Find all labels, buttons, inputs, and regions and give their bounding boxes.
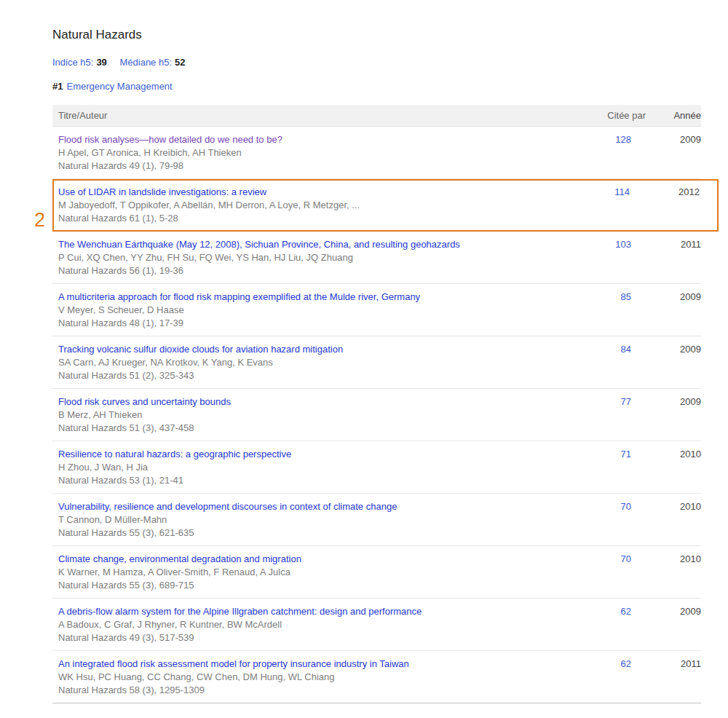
article-title-link[interactable]: Use of LIDAR in landslide investigations… [58,186,266,199]
article-main-cell: An integrated flood risk assessment mode… [58,658,583,697]
article-row: An integrated flood risk assessment mode… [52,651,701,703]
article-main-cell: Flood risk curves and uncertainty bounds… [58,395,583,435]
h5-median-value: 52 [175,57,185,68]
article-year: 2009 [646,291,701,330]
article-cited-cell: 62 [583,658,646,697]
article-authors: P Cui, XQ Chen, YY Zhu, FH Su, FQ Wei, Y… [58,251,583,264]
article-row: Climate change, environmental degradatio… [52,546,701,599]
article-source: Natural Hazards 61 (1), 5-28 [58,212,582,225]
article-title-link[interactable]: Resilience to natural hazards: a geograp… [58,448,291,461]
article-year: 2009 [646,605,701,644]
article-row: Flood risk analyses—how detailed do we n… [52,127,701,179]
category-rank: #1Emergency Management [52,81,701,92]
cited-by-link[interactable]: 85 [621,291,631,304]
h5-index-link[interactable]: Indice h5: [52,57,93,68]
article-cited-cell: 70 [583,500,646,540]
article-row: Resilience to natural hazards: a geograp… [52,441,701,494]
article-source: Natural Hazards 55 (3), 689-715 [58,579,583,592]
h5-median-metric: Médiane h5:52 [119,57,185,68]
cited-by-link[interactable]: 128 [615,133,631,146]
article-title-link[interactable]: An integrated flood risk assessment mode… [58,658,409,671]
article-cited-cell: 114 [582,186,644,225]
article-year: 2012 [644,186,700,225]
article-source: Natural Hazards 55 (3), 621-635 [58,526,583,540]
h5-metrics: Indice h5:39 Médiane h5:52 [52,57,701,68]
article-main-cell: Tracking volcanic sulfur dioxide clouds … [58,343,583,382]
article-main-cell: Flood risk analyses—how detailed do we n… [58,133,583,173]
article-year: 2009 [646,133,701,173]
cited-by-link[interactable]: 84 [621,343,631,356]
table-header-row: Titre/Auteur Citée par Année [52,105,701,127]
article-main-cell: Use of LIDAR in landslide investigations… [58,186,582,225]
cited-by-link[interactable]: 70 [621,553,631,566]
cited-by-link[interactable]: 70 [621,500,631,513]
cited-by-link[interactable]: 62 [621,658,631,671]
article-cited-cell: 128 [583,133,646,173]
cited-by-link[interactable]: 71 [621,448,631,461]
annotation-number: 2 [34,210,45,230]
article-source: Natural Hazards 58 (3), 1295-1309 [58,684,583,697]
article-year: 2010 [646,500,701,540]
article-row: The Wenchuan Earthquake (May 12, 2008), … [52,232,701,284]
article-source: Natural Hazards 51 (3), 437-458 [58,422,583,435]
journal-metrics-page: Natural Hazards Indice h5:39 Médiane h5:… [52,0,701,703]
article-year: 2010 [646,553,701,592]
article-row: Flood risk curves and uncertainty bounds… [52,389,701,441]
article-source: Natural Hazards 51 (2), 325-343 [58,369,583,382]
article-source: Natural Hazards 56 (1), 19-36 [58,264,583,277]
article-title-link[interactable]: Tracking volcanic sulfur dioxide clouds … [58,343,343,356]
article-row: Use of LIDAR in landslide investigations… [52,179,719,232]
article-authors: H Zhou, J Wan, H Jia [58,461,583,474]
article-authors: H Apel, GT Aronica, H Kreibich, AH Thiek… [58,146,583,159]
article-row: A multicriteria approach for flood risk … [52,284,701,336]
article-year: 2011 [646,658,701,697]
article-title-link[interactable]: The Wenchuan Earthquake (May 12, 2008), … [58,238,460,251]
article-cited-cell: 85 [583,291,646,330]
article-authors: A Badoux, C Graf, J Rhyner, R Kuntner, B… [58,618,583,631]
article-main-cell: A debris-flow alarm system for the Alpin… [58,605,583,644]
article-cited-cell: 71 [583,448,646,487]
article-source: Natural Hazards 49 (3), 517-539 [58,631,583,644]
article-year: 2009 [646,343,701,382]
article-main-cell: Resilience to natural hazards: a geograp… [58,448,583,487]
article-authors: M Jaboyedoff, T Oppikofer, A Abellán, MH… [58,199,582,212]
cited-by-link[interactable]: 77 [621,395,631,409]
article-title-link[interactable]: A debris-flow alarm system for the Alpin… [58,605,422,618]
cited-by-link[interactable]: 62 [621,605,631,618]
page-title: Natural Hazards [52,0,701,42]
article-main-cell: A multicriteria approach for flood risk … [58,291,583,330]
article-authors: B Merz, AH Thieken [58,409,583,422]
article-title-link[interactable]: A multicriteria approach for flood risk … [58,291,420,304]
cited-by-link[interactable]: 103 [615,238,631,251]
article-title-link[interactable]: Vulnerability, resilience and developmen… [58,500,397,513]
article-row: Vulnerability, resilience and developmen… [52,494,701,546]
article-authors: K Warner, M Hamza, A Oliver-Smith, F Ren… [58,566,583,579]
cited-by-link[interactable]: 114 [614,186,630,199]
article-year: 2011 [646,238,701,277]
article-main-cell: Climate change, environmental degradatio… [58,553,583,592]
article-source: Natural Hazards 48 (1), 17-39 [58,317,583,330]
article-cited-cell: 70 [583,553,646,592]
h5-index-value: 39 [96,57,106,68]
rank-number: #1 [52,81,63,92]
article-title-link[interactable]: Flood risk curves and uncertainty bounds [58,395,231,409]
article-year: 2010 [646,448,701,487]
article-row: Tracking volcanic sulfur dioxide clouds … [52,336,701,389]
h5-median-link[interactable]: Médiane h5: [119,57,172,68]
article-main-cell: Vulnerability, resilience and developmen… [58,500,583,540]
category-link[interactable]: Emergency Management [66,81,172,92]
column-header-cited-by: Citée par [583,110,646,121]
article-cited-cell: 62 [583,605,646,644]
article-source: Natural Hazards 53 (1), 21-41 [58,474,583,487]
h5-index-metric: Indice h5:39 [52,57,107,68]
article-authors: V Meyer, S Scheuer, D Haase [58,304,583,317]
article-cited-cell: 103 [583,238,646,277]
article-authors: T Cannon, D Müller-Mahn [58,513,583,526]
article-source: Natural Hazards 49 (1), 79-98 [58,159,583,173]
article-title-link[interactable]: Flood risk analyses—how detailed do we n… [58,133,282,146]
article-main-cell: The Wenchuan Earthquake (May 12, 2008), … [58,238,583,277]
article-cited-cell: 77 [583,395,646,435]
article-title-link[interactable]: Climate change, environmental degradatio… [58,553,301,566]
article-authors: SA Carn, AJ Krueger, NA Krotkov, K Yang,… [58,356,583,369]
article-row: A debris-flow alarm system for the Alpin… [52,599,701,651]
